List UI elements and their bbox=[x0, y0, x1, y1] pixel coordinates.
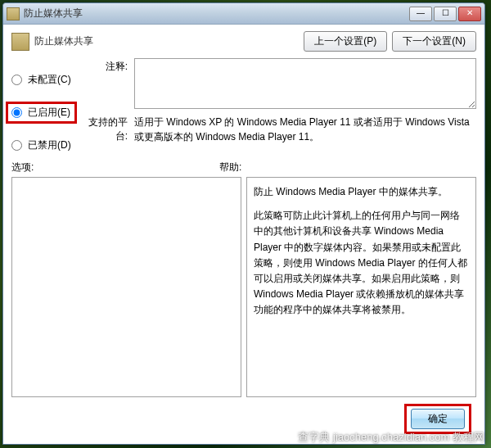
panes: 防止 Windows Media Player 中的媒体共享。 此策略可防止此计… bbox=[11, 177, 476, 397]
titlebar[interactable]: 防止媒体共享 — ☐ ✕ bbox=[3, 3, 484, 25]
minimize-button[interactable]: — bbox=[409, 7, 432, 21]
radio-enabled[interactable]: 已启用(E) bbox=[6, 102, 77, 124]
comment-input[interactable] bbox=[134, 58, 476, 109]
window-controls: — ☐ ✕ bbox=[409, 7, 481, 21]
options-pane bbox=[11, 177, 241, 397]
form-area: 未配置(C) 已启用(E) 已禁用(D) 注释: bbox=[11, 58, 476, 152]
help-paragraph-1: 防止 Windows Media Player 中的媒体共享。 bbox=[254, 184, 469, 200]
radio-disabled-label: 已禁用(D) bbox=[28, 138, 71, 152]
next-setting-button[interactable]: 下一个设置(N) bbox=[392, 31, 476, 52]
header-row: 防止媒体共享 上一个设置(P) 下一个设置(N) bbox=[11, 31, 476, 52]
radio-enabled-input[interactable] bbox=[11, 107, 22, 118]
window-title: 防止媒体共享 bbox=[24, 7, 409, 20]
radio-not-configured-input[interactable] bbox=[11, 75, 22, 85]
radio-enabled-label: 已启用(E) bbox=[28, 106, 70, 120]
help-paragraph-2: 此策略可防止此计算机上的任何用户与同一网络中的其他计算机和设备共享 Window… bbox=[254, 208, 469, 318]
radio-not-configured-label: 未配置(C) bbox=[28, 73, 71, 87]
help-label: 帮助: bbox=[219, 161, 241, 174]
options-label: 选项: bbox=[11, 161, 219, 174]
platform-text: 适用于 Windows XP 的 Windows Media Player 11… bbox=[134, 114, 476, 144]
maximize-button[interactable]: ☐ bbox=[434, 7, 457, 21]
radio-disabled[interactable]: 已禁用(D) bbox=[11, 138, 77, 152]
footer: 确定 bbox=[11, 397, 476, 437]
dialog-window: 防止媒体共享 — ☐ ✕ 防止媒体共享 上一个设置(P) 下一个设置(N) bbox=[2, 2, 485, 445]
radio-not-configured[interactable]: 未配置(C) bbox=[11, 73, 77, 87]
platform-label: 支持的平台: bbox=[85, 114, 134, 144]
fields-column: 注释: 支持的平台: 适用于 Windows XP 的 Windows Medi… bbox=[85, 58, 476, 152]
app-icon bbox=[7, 7, 20, 20]
help-pane: 防止 Windows Media Player 中的媒体共享。 此策略可防止此计… bbox=[246, 177, 476, 397]
policy-icon bbox=[11, 33, 29, 51]
prev-setting-button[interactable]: 上一个设置(P) bbox=[304, 31, 387, 52]
ok-highlight: 确定 bbox=[404, 404, 471, 434]
comment-label: 注释: bbox=[85, 58, 134, 109]
radio-disabled-input[interactable] bbox=[11, 140, 22, 151]
pane-labels: 选项: 帮助: bbox=[11, 161, 476, 174]
radio-group: 未配置(C) 已启用(E) 已禁用(D) bbox=[11, 58, 77, 152]
close-button[interactable]: ✕ bbox=[458, 7, 481, 21]
policy-title: 防止媒体共享 bbox=[34, 34, 93, 48]
ok-button[interactable]: 确定 bbox=[411, 409, 465, 429]
content-area: 防止媒体共享 上一个设置(P) 下一个设置(N) 未配置(C) 已启用(E) bbox=[3, 25, 484, 444]
